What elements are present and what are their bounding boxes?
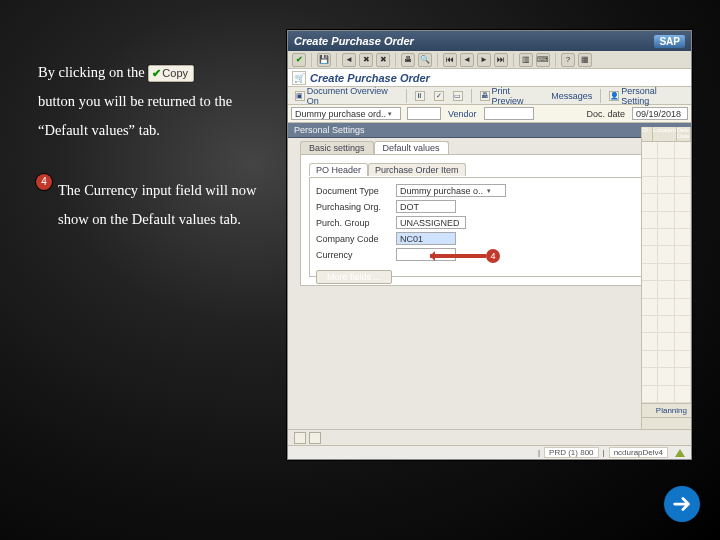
tab-default-values[interactable]: Default values <box>374 141 449 154</box>
tab-po-header[interactable]: PO Header <box>309 163 368 176</box>
expand-icon[interactable] <box>294 432 306 444</box>
planning-button[interactable]: Planning <box>642 403 691 417</box>
company-code-input[interactable]: NC01 <box>396 232 456 245</box>
sap-window: Create Purchase Order SAP ✔ 💾 ◄ ✖ ✖ 🖶 🔍 … <box>287 30 692 460</box>
collapse-icon[interactable] <box>309 432 321 444</box>
separator <box>336 53 337 67</box>
doc-icon: ▣ <box>295 91 305 101</box>
new-session-icon[interactable]: ▥ <box>519 53 533 67</box>
next-icon[interactable]: ► <box>477 53 491 67</box>
purchasing-org-input[interactable]: DOT <box>396 200 456 213</box>
shortcut-icon[interactable]: ⌨ <box>536 53 550 67</box>
layout-icon[interactable]: ▦ <box>578 53 592 67</box>
prev-icon[interactable]: ◄ <box>460 53 474 67</box>
purch-group-label: Purch. Group <box>316 218 396 228</box>
back-icon[interactable]: ◄ <box>342 53 356 67</box>
grid-header: Cr Location Delv. Date <box>642 127 691 142</box>
copy-button[interactable]: ✔Copy <box>148 65 194 82</box>
po-num-input[interactable] <box>407 107 441 120</box>
instruction-paragraph-1: By clicking on the ✔Copy button you will… <box>38 58 268 145</box>
personal-setting-label: Personal Setting <box>621 86 684 106</box>
printp-icon: 🖶 <box>480 91 490 101</box>
first-icon[interactable]: ⏮ <box>443 53 457 67</box>
chevron-down-icon: ▾ <box>388 110 392 118</box>
grid-row[interactable] <box>642 194 691 211</box>
company-code-label: Company Code <box>316 234 396 244</box>
para1b: button you will be returned to the “Defa… <box>38 93 232 138</box>
grid-row[interactable] <box>642 142 691 159</box>
docdate-value: 09/19/2018 <box>636 109 681 119</box>
separator <box>513 53 514 67</box>
instruction-paragraph-2: The Currency input field will now show o… <box>58 176 278 234</box>
arrow-right-icon <box>671 493 693 515</box>
personal-setting-button[interactable]: 👤Personal Setting <box>606 89 687 103</box>
grid-row[interactable] <box>642 246 691 263</box>
doc-overview-button[interactable]: ▣Document Overview On <box>292 89 401 103</box>
po-type-value: Dummy purchase ord.. <box>295 109 386 119</box>
po-subtabs: PO Header Purchase Order Item <box>309 163 466 176</box>
copy-button-label: Copy <box>162 67 188 79</box>
docdate-input[interactable]: 09/19/2018 <box>632 107 688 120</box>
park-icon: ▭ <box>453 91 463 101</box>
exit-icon[interactable]: ✖ <box>359 53 373 67</box>
tab-basic-settings[interactable]: Basic settings <box>300 141 374 154</box>
personal-settings-bar: Personal Settings <box>288 123 691 138</box>
currency-label: Currency <box>316 250 396 260</box>
check2-icon: ✓ <box>434 91 444 101</box>
item-grid: Cr Location Delv. Date Planning <box>641 127 691 429</box>
find-icon[interactable]: 🔍 <box>418 53 432 67</box>
document-type-input[interactable]: Dummy purchase o.. <box>396 184 506 197</box>
grid-row[interactable] <box>642 333 691 350</box>
print-icon[interactable]: 🖶 <box>401 53 415 67</box>
app-subtitle-bar: 🛒 Create Purchase Order <box>288 69 691 87</box>
titlebar: Create Purchase Order SAP <box>288 31 691 51</box>
status-system: PRD (1) 800 <box>544 447 598 458</box>
grid-row[interactable] <box>642 351 691 368</box>
purchasing-org-label: Purchasing Org. <box>316 202 396 212</box>
grid-row[interactable] <box>642 299 691 316</box>
enter-icon[interactable]: ✔ <box>292 53 306 67</box>
grid-row[interactable] <box>642 386 691 403</box>
separator <box>311 53 312 67</box>
park-button[interactable]: ▭ <box>450 89 466 103</box>
messages-label: Messages <box>551 91 592 101</box>
grid-row[interactable] <box>642 177 691 194</box>
grid-row[interactable] <box>642 264 691 281</box>
vendor-input[interactable] <box>484 107 534 120</box>
person-icon: 👤 <box>609 91 619 101</box>
save-icon[interactable]: 💾 <box>317 53 331 67</box>
next-slide-button[interactable] <box>664 486 700 522</box>
cancel-icon[interactable]: ✖ <box>376 53 390 67</box>
system-toolbar: ✔ 💾 ◄ ✖ ✖ 🖶 🔍 ⏮ ◄ ► ⏭ ▥ ⌨ ? ▦ <box>288 51 691 69</box>
grid-row[interactable] <box>642 281 691 298</box>
settings-tabs: Basic settings Default values <box>288 138 691 154</box>
bottom-toolbar <box>288 429 691 445</box>
messages-button[interactable]: Messages <box>548 89 595 103</box>
grid-row[interactable] <box>642 368 691 385</box>
vendor-label: Vendor <box>444 109 481 119</box>
default-values-panel: PO Header Purchase Order Item Document T… <box>300 154 679 286</box>
docdate-label: Doc. date <box>582 109 629 119</box>
po-type-combo[interactable]: Dummy purchase ord..▾ <box>291 107 401 120</box>
tab-po-item[interactable]: Purchase Order Item <box>368 163 466 176</box>
grid-row[interactable] <box>642 229 691 246</box>
grid-row[interactable] <box>642 316 691 333</box>
last-icon[interactable]: ⏭ <box>494 53 508 67</box>
grid-row[interactable] <box>642 159 691 176</box>
grid-hscroll[interactable] <box>642 417 691 429</box>
grid-row[interactable] <box>642 212 691 229</box>
hold-button[interactable]: ⏸ <box>412 89 428 103</box>
doc-overview-label: Document Overview On <box>307 86 398 106</box>
status-bar: | PRD (1) 800 | ncdurapDelv4 <box>288 445 691 459</box>
check-button[interactable]: ✓ <box>431 89 447 103</box>
help-icon[interactable]: ? <box>561 53 575 67</box>
separator <box>555 53 556 67</box>
app-subtitle: Create Purchase Order <box>310 72 430 84</box>
more-fields-button[interactable]: More fields ... <box>316 270 392 284</box>
print-preview-button[interactable]: 🖶Print Preview <box>477 89 545 103</box>
purch-group-input[interactable]: UNASSIGNED <box>396 216 466 229</box>
status-sep: | <box>538 448 540 457</box>
app-toolbar: ▣Document Overview On ⏸ ✓ ▭ 🖶Print Previ… <box>288 87 691 105</box>
separator <box>437 53 438 67</box>
separator <box>395 53 396 67</box>
